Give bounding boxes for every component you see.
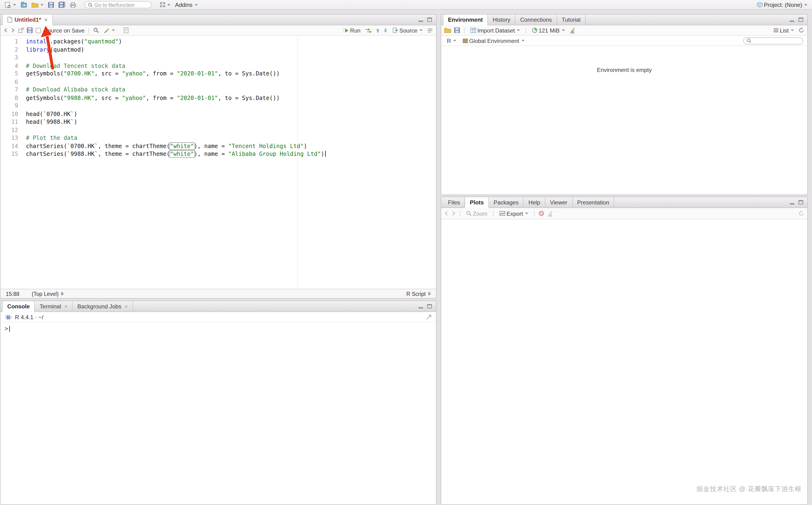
filetype-selector[interactable]: R Script (406, 291, 431, 297)
minimize-pane-icon[interactable] (790, 200, 795, 204)
tab-tutorial[interactable]: Tutorial (557, 14, 586, 25)
code-line[interactable]: head(`0700.HK`) (26, 110, 326, 118)
memory-usage-button[interactable]: 121 MiB (531, 26, 566, 35)
environment-scope-selector[interactable]: Global Environment (461, 36, 526, 45)
tab-history[interactable]: History (488, 14, 515, 25)
console-popout-icon[interactable] (426, 314, 432, 319)
code-token: , from = (146, 70, 177, 77)
code-tools-button[interactable] (102, 26, 117, 35)
zoom-plot-button[interactable]: Zoom (465, 209, 489, 218)
maximize-pane-icon[interactable] (799, 18, 803, 22)
source-on-save-checkbox[interactable] (36, 28, 41, 33)
source-button[interactable]: Source (391, 26, 424, 35)
export-plot-button[interactable]: Export (498, 209, 530, 218)
addins-menu[interactable]: Addins (173, 0, 199, 9)
rerun-button[interactable] (365, 28, 372, 33)
main-toolbar: Addins Project: (None) (0, 0, 812, 10)
code-line[interactable] (26, 126, 326, 134)
code-line[interactable]: # Plot the data (26, 134, 326, 142)
code-lines: install.packages("quantmod")library(quan… (23, 36, 326, 289)
code-line[interactable]: getSymbols("9988.HK", src = "yahoo", fro… (26, 94, 326, 102)
view-mode-selector[interactable]: List (772, 26, 796, 35)
tab-plots[interactable]: Plots (465, 197, 489, 208)
tab-background-jobs[interactable]: Background Jobs (73, 301, 133, 311)
next-plot-button[interactable] (452, 211, 456, 216)
tab-environment[interactable]: Environment (443, 14, 488, 25)
code-token: "quantmod" (84, 38, 118, 45)
save-button-global[interactable] (46, 0, 55, 9)
popout-button[interactable] (18, 27, 24, 33)
save-workspace-button[interactable] (454, 27, 460, 33)
remove-plot-button[interactable] (539, 210, 544, 216)
close-icon[interactable] (44, 17, 47, 22)
addins-grid-button[interactable] (158, 0, 172, 9)
code-line[interactable]: library(quantmod) (26, 46, 326, 54)
compile-report-button[interactable] (124, 27, 129, 33)
go-prev-section-button[interactable] (375, 28, 380, 33)
tab-packages[interactable]: Packages (489, 197, 524, 207)
tab-files[interactable]: Files (443, 197, 465, 207)
code-line[interactable] (26, 78, 326, 86)
language-selector[interactable]: R (445, 36, 458, 45)
find-replace-button[interactable] (94, 27, 99, 33)
minimize-pane-icon[interactable] (419, 304, 423, 308)
console-output[interactable]: > (0, 322, 436, 505)
code-line[interactable]: head(`9988.HK`) (26, 118, 326, 126)
save-button[interactable] (27, 27, 32, 33)
code-line[interactable]: # Download Tencent stock data (26, 62, 326, 70)
code-line[interactable] (26, 102, 326, 110)
clear-environment-button[interactable] (569, 27, 575, 33)
code-line[interactable]: # Download Alibaba stock data (26, 86, 326, 94)
maximize-pane-icon[interactable] (799, 200, 803, 204)
code-line[interactable] (26, 54, 326, 62)
line-number: 12 (0, 126, 18, 134)
plots-window-buttons (786, 197, 807, 207)
minimize-pane-icon[interactable] (419, 18, 423, 22)
maximize-pane-icon[interactable] (427, 304, 432, 308)
import-dataset-button[interactable]: Import Dataset (469, 26, 521, 35)
arrow-up-icon (375, 28, 380, 33)
load-workspace-button[interactable] (444, 27, 451, 33)
minimize-pane-icon[interactable] (790, 18, 795, 22)
text-cursor (9, 326, 10, 332)
document-outline-button[interactable] (427, 28, 433, 33)
code-line[interactable]: getSymbols("0700.HK", src = "yahoo", fro… (26, 70, 326, 78)
tab-connections[interactable]: Connections (515, 14, 557, 25)
code-editor[interactable]: 123456789101112131415 install.packages("… (0, 36, 436, 289)
project-menu[interactable]: Project: (None) (755, 0, 809, 9)
zoom-icon (466, 210, 472, 216)
goto-file-search[interactable] (85, 1, 152, 8)
tab-help[interactable]: Help (524, 197, 545, 207)
tab-viewer[interactable]: Viewer (545, 197, 572, 207)
print-button[interactable] (69, 0, 78, 9)
close-icon[interactable] (124, 303, 128, 309)
open-file-button[interactable] (30, 0, 45, 9)
close-icon[interactable] (64, 303, 68, 309)
tab-console[interactable]: Console (2, 301, 35, 312)
run-button[interactable]: Run (341, 26, 362, 35)
forward-button[interactable] (11, 28, 15, 33)
back-button[interactable] (4, 28, 8, 33)
clear-plots-button[interactable] (547, 210, 553, 216)
environment-search[interactable] (743, 37, 803, 44)
refresh-environment-button[interactable] (799, 27, 804, 33)
new-project-button[interactable] (19, 0, 28, 9)
goto-file-input[interactable] (94, 2, 148, 8)
line-number: 5 (0, 70, 18, 78)
code-line[interactable]: install.packages("quantmod") (26, 38, 326, 46)
new-file-button[interactable] (3, 0, 17, 9)
environment-search-input[interactable] (753, 38, 800, 43)
previous-plot-button[interactable] (444, 211, 449, 216)
refresh-plots-button[interactable] (799, 210, 804, 216)
tab-terminal[interactable]: Terminal (35, 301, 73, 311)
code-line[interactable]: chartSeries(`0700.HK`, theme = chartThem… (26, 142, 326, 150)
maximize-pane-icon[interactable] (427, 18, 432, 22)
filetype-label: R Script (406, 291, 426, 297)
go-next-section-button[interactable] (383, 28, 388, 33)
save-all-button[interactable] (57, 0, 67, 9)
editor-tab-untitled1[interactable]: Untitled1* (2, 14, 53, 25)
code-line[interactable]: chartSeries(`9988.HK`, theme = chartThem… (26, 150, 326, 158)
line-number: 9 (0, 102, 18, 110)
tab-presentation[interactable]: Presentation (572, 197, 614, 207)
scope-selector[interactable]: (Top Level) (32, 291, 64, 297)
